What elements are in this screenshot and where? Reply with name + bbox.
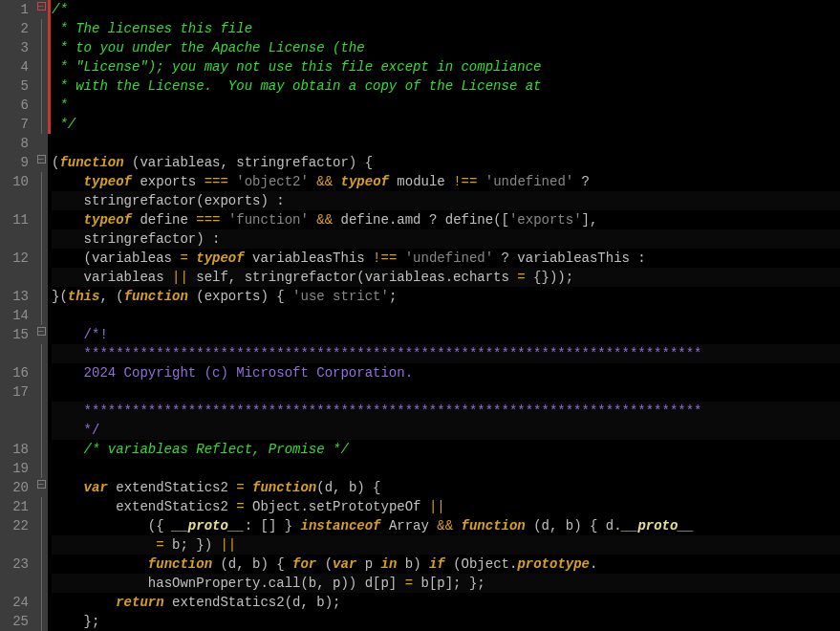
code-editor[interactable]: 1234567891011121314151617181920212223242… [0,0,840,631]
fold-marker[interactable] [34,402,48,421]
line-number[interactable] [8,535,29,555]
code-line[interactable]: /*! [52,325,840,344]
fold-marker[interactable] [34,325,48,344]
code-line[interactable]: * The licenses this file [52,19,840,38]
fold-marker[interactable] [34,76,48,96]
code-line[interactable]: extendStatics2 = Object.setPrototypeOf |… [52,497,840,516]
code-line[interactable]: * [52,96,840,115]
fold-marker[interactable] [34,555,48,574]
code-line[interactable]: (variableas = typeof variableasThis !== … [52,249,840,268]
line-number[interactable]: 7 [8,115,29,134]
code-line[interactable]: ({ __proto__: [] } instanceof Array && f… [52,516,840,535]
line-number[interactable]: 24 [8,593,29,612]
code-line[interactable]: (function (variableas, stringrefactor) { [52,153,840,172]
line-number[interactable]: 19 [8,459,29,478]
line-number[interactable]: 6 [8,96,29,115]
line-number[interactable]: 13 [8,287,29,306]
fold-marker[interactable] [34,535,48,555]
fold-marker[interactable] [34,516,48,535]
fold-marker[interactable] [34,229,48,249]
line-number[interactable]: 1 [8,0,29,19]
code-line[interactable]: 2024 Copyright (c) Microsoft Corporation… [52,363,840,382]
code-line[interactable]: hasOwnProperty.call(b, p)) d[p] = b[p]; … [52,574,840,593]
code-line[interactable]: return extendStatics2(d, b); [52,593,840,612]
fold-marker[interactable] [34,38,48,57]
code-line[interactable]: * to you under the Apache License (the [52,38,840,57]
fold-marker[interactable] [34,287,48,306]
line-number[interactable]: 18 [8,440,29,459]
fold-marker[interactable] [34,574,48,593]
line-number[interactable]: 17 [8,382,29,402]
line-number[interactable]: 25 [8,612,29,631]
code-line[interactable]: */ [52,421,840,440]
line-number[interactable]: 5 [8,76,29,96]
code-line[interactable]: stringrefactor(exports) : [52,191,840,210]
code-line[interactable]: * "License"); you may not use this file … [52,57,840,76]
code-line[interactable]: /* variableas Reflect, Promise */ [52,440,840,459]
code-line[interactable] [52,382,840,402]
line-number[interactable]: 23 [8,555,29,574]
fold-collapse-icon[interactable] [37,480,46,489]
code-line[interactable] [52,459,840,478]
line-number[interactable] [8,574,29,593]
line-number[interactable]: 4 [8,57,29,76]
fold-column[interactable] [34,0,48,631]
line-number[interactable]: 8 [8,134,29,153]
code-line[interactable]: function (d, b) { for (var p in b) if (O… [52,555,840,574]
fold-marker[interactable] [34,363,48,382]
fold-marker[interactable] [34,115,48,134]
code-line[interactable]: typeof define === 'function' && define.a… [52,210,840,229]
code-line[interactable]: = b; }) || [52,535,840,555]
code-line[interactable] [52,134,840,153]
code-line[interactable]: ****************************************… [52,402,840,421]
code-line[interactable]: stringrefactor) : [52,229,840,249]
fold-marker[interactable] [34,268,48,287]
line-number-gutter[interactable]: 1234567891011121314151617181920212223242… [0,0,34,631]
fold-marker[interactable] [34,0,48,19]
line-number[interactable]: 21 [8,497,29,516]
code-line[interactable]: */ [52,115,840,134]
fold-marker[interactable] [34,19,48,38]
code-line[interactable]: typeof exports === 'object2' && typeof m… [52,172,840,191]
fold-marker[interactable] [34,153,48,172]
fold-collapse-icon[interactable] [37,2,46,11]
line-number[interactable]: 10 [8,172,29,191]
line-number[interactable]: 12 [8,249,29,268]
fold-collapse-icon[interactable] [37,327,46,336]
fold-marker[interactable] [34,172,48,191]
fold-marker[interactable] [34,344,48,363]
line-number[interactable]: 20 [8,478,29,497]
line-number[interactable]: 9 [8,153,29,172]
code-line[interactable]: variableas || self, stringrefactor(varia… [52,268,840,287]
fold-marker[interactable] [34,421,48,440]
line-number[interactable]: 15 [8,325,29,344]
line-number[interactable] [8,191,29,210]
code-line[interactable]: }(this, (function (exports) { 'use stric… [52,287,840,306]
fold-marker[interactable] [34,249,48,268]
fold-marker[interactable] [34,96,48,115]
fold-marker[interactable] [34,612,48,631]
fold-marker[interactable] [34,497,48,516]
line-number[interactable]: 11 [8,210,29,229]
line-number[interactable]: 16 [8,363,29,382]
line-number[interactable] [8,229,29,249]
fold-marker[interactable] [34,440,48,459]
code-line[interactable]: var extendStatics2 = function(d, b) { [52,478,840,497]
fold-marker[interactable] [34,57,48,76]
line-number[interactable]: 22 [8,516,29,535]
line-number[interactable] [8,402,29,421]
code-line[interactable]: /* [52,0,840,19]
code-content[interactable]: /* * The licenses this file * to you und… [48,0,840,631]
fold-marker[interactable] [34,191,48,210]
code-line[interactable]: }; [52,612,840,631]
fold-marker[interactable] [34,382,48,402]
code-line[interactable]: * with the License. You may obtain a cop… [52,76,840,96]
code-line[interactable] [52,306,840,325]
line-number[interactable] [8,421,29,440]
line-number[interactable] [8,344,29,363]
line-number[interactable]: 14 [8,306,29,325]
line-number[interactable]: 3 [8,38,29,57]
fold-marker[interactable] [34,210,48,229]
fold-marker[interactable] [34,478,48,497]
line-number[interactable]: 2 [8,19,29,38]
